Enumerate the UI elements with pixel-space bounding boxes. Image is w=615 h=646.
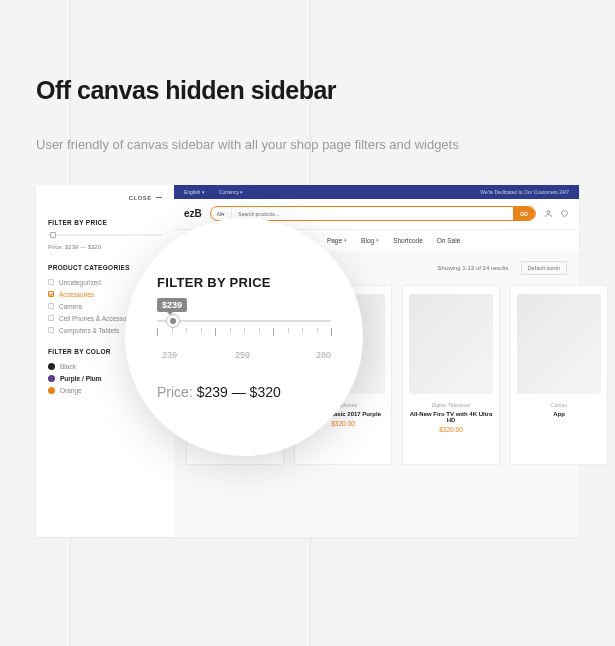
slider-value-badge: $239: [157, 298, 187, 312]
top-bar: English ▾ Currency ▾ We're Dedicated to …: [174, 185, 579, 199]
nav-item[interactable]: Page ▾: [327, 237, 347, 244]
product-price: $320.00: [439, 426, 463, 433]
logo[interactable]: ezB: [184, 208, 202, 219]
product-image: [409, 294, 493, 394]
checkbox-icon: [48, 303, 54, 309]
search-button[interactable]: GO: [513, 207, 535, 220]
sort-select[interactable]: Default sortin: [521, 261, 567, 275]
magnifier-zoom: FILTER BY PRICE $239 239 259 280 Price: …: [125, 218, 363, 456]
search-input[interactable]: [232, 207, 513, 220]
wishlist-icon[interactable]: [560, 209, 569, 218]
filter-price-title: FILTER BY PRICE: [48, 219, 162, 226]
chevron-down-icon: ▾: [376, 237, 379, 243]
nav-item[interactable]: Blog ▾: [361, 237, 379, 244]
product-image: [517, 294, 601, 394]
product-card[interactable]: CompuApp: [510, 285, 608, 465]
product-name: App: [553, 411, 565, 417]
product-price: $320.00: [331, 420, 355, 427]
svg-point-0: [547, 211, 550, 214]
results-count: Showing 1-12 of 24 results: [438, 265, 509, 271]
checkbox-icon: [48, 279, 54, 285]
product-category: Compu: [551, 402, 567, 408]
chevron-down-icon: ▾: [344, 237, 347, 243]
slider-tick-labels: 239 259 280: [157, 350, 331, 360]
close-button[interactable]: CLOSE: [48, 195, 162, 201]
mag-price-range: Price: $239 — $320: [157, 384, 281, 400]
color-swatch-icon: [48, 363, 55, 370]
product-category: Digital, Television: [432, 402, 471, 408]
page-subtitle: User friendly of canvas sidebar with all…: [36, 135, 579, 155]
checkbox-icon: [48, 291, 54, 297]
lang-selector[interactable]: English ▾: [184, 189, 205, 195]
account-icon[interactable]: [544, 209, 553, 218]
mag-filter-title: FILTER BY PRICE: [157, 275, 271, 290]
color-swatch-icon: [48, 375, 55, 382]
product-card[interactable]: Digital, TelevisionAll-New Firo TV with …: [402, 285, 500, 465]
checkbox-icon: [48, 327, 54, 333]
price-range-text: Price: $239 — $320: [48, 244, 162, 250]
currency-selector[interactable]: Currency ▾: [219, 189, 244, 195]
mag-price-slider[interactable]: $239: [157, 320, 331, 322]
page-title: Off canvas hidden sidebar: [36, 76, 579, 105]
price-slider[interactable]: [48, 234, 162, 236]
slider-ticks: [157, 328, 331, 346]
checkbox-icon: [48, 315, 54, 321]
slider-handle[interactable]: [50, 232, 56, 238]
mag-slider-handle[interactable]: [166, 314, 180, 328]
product-name: All-New Firo TV with 4K Ultra HD: [409, 411, 493, 423]
nav-item[interactable]: Shortcode: [393, 237, 423, 244]
color-swatch-icon: [48, 387, 55, 394]
nav-item[interactable]: On Sale: [437, 237, 461, 244]
welcome-text: We're Dedicated to Our Customers 24/7: [480, 189, 569, 195]
